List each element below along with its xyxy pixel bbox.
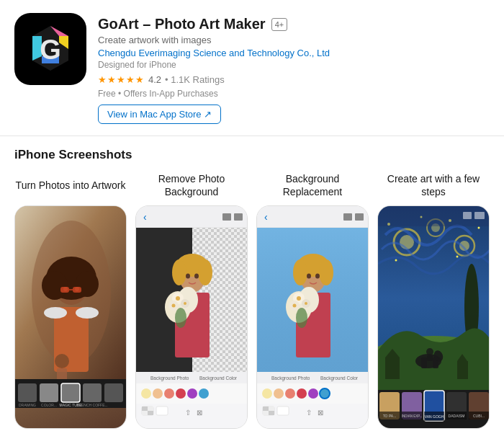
svg-point-63 <box>153 388 163 399</box>
svg-text:⇧: ⇧ <box>306 409 312 417</box>
svg-rect-21 <box>40 383 58 402</box>
svg-point-89 <box>293 259 307 285</box>
svg-rect-74 <box>156 406 168 415</box>
svg-text:Background Color: Background Color <box>199 376 238 381</box>
svg-point-109 <box>297 388 307 399</box>
svg-rect-83 <box>355 213 364 221</box>
svg-text:Background Photo: Background Photo <box>150 376 189 381</box>
screenshot-label-1: Turn Photos into Artwork <box>14 172 127 198</box>
screenshots-section: iPhone Screenshots Turn Photos into Artw… <box>0 136 504 431</box>
svg-point-100 <box>305 302 307 305</box>
svg-point-98 <box>297 296 301 301</box>
screenshots-row: Turn Photos into Artwork <box>14 172 490 429</box>
svg-rect-22 <box>61 383 80 402</box>
app-platform: Designed for iPhone <box>98 60 490 70</box>
screenshot-phone-3: ‹ <box>256 205 369 429</box>
svg-rect-145 <box>457 361 468 379</box>
svg-rect-143 <box>385 357 400 379</box>
svg-text:DRAWING: DRAWING <box>19 403 36 407</box>
view-in-store-button[interactable]: View in Mac App Store ↗ <box>98 105 221 124</box>
screenshot-label-4: Create art with a few steps <box>377 172 490 198</box>
screenshot-label-2: Remove Photo Background <box>135 172 248 198</box>
svg-text:‹: ‹ <box>143 211 147 223</box>
svg-point-133 <box>395 259 397 262</box>
screenshot-item-1: Turn Photos into Artwork <box>14 172 127 429</box>
svg-point-99 <box>293 304 297 308</box>
svg-point-141 <box>426 348 433 355</box>
svg-rect-114 <box>263 406 269 411</box>
svg-text:CUBI...: CUBI... <box>473 414 485 418</box>
svg-rect-34 <box>234 213 243 221</box>
svg-point-67 <box>199 388 209 399</box>
phone1-background: DRAWING COLOR... MAGIC TUBE FRENCH COFFE… <box>15 206 126 428</box>
svg-rect-116 <box>269 406 274 411</box>
svg-point-48 <box>194 274 199 279</box>
svg-text:⊠: ⊠ <box>197 409 202 417</box>
svg-point-56 <box>184 302 186 305</box>
svg-point-16 <box>76 307 99 319</box>
svg-point-92 <box>315 274 320 279</box>
svg-text:Background Photo: Background Photo <box>271 376 310 381</box>
svg-rect-121 <box>257 418 369 429</box>
svg-point-46 <box>198 259 212 285</box>
svg-point-101 <box>296 308 307 328</box>
svg-text:G: G <box>40 35 61 65</box>
screenshot-item-2: Remove Photo Background ‹ <box>135 172 248 429</box>
rating-row: ★★★★★ 4.2 • 1.1K Ratings <box>98 74 490 85</box>
svg-rect-138 <box>421 357 427 368</box>
app-header: G GoArt – Photo Art Maker 4+ Create artw… <box>0 0 504 136</box>
svg-rect-118 <box>277 406 289 415</box>
svg-rect-23 <box>83 383 102 402</box>
svg-point-90 <box>319 259 333 285</box>
svg-text:DADAISM: DADAISM <box>449 414 465 418</box>
svg-point-110 <box>308 388 318 399</box>
screenshot-item-3: Background Replacement ‹ <box>256 172 369 429</box>
svg-rect-33 <box>222 213 231 221</box>
svg-point-8 <box>42 271 68 300</box>
screenshot-phone-1: DRAWING COLOR... MAGIC TUBE FRENCH COFFE… <box>14 205 127 429</box>
svg-point-66 <box>187 388 197 399</box>
svg-point-47 <box>186 274 190 279</box>
screenshots-title: iPhone Screenshots <box>14 148 490 162</box>
svg-point-106 <box>262 388 272 399</box>
svg-point-55 <box>172 304 176 308</box>
screenshot-phone-4: TO PA... INDIAN EXP... VAN GOGH DADAISM <box>377 205 490 429</box>
price-row: Free • Offers In-App Purchases <box>98 89 490 99</box>
svg-rect-12 <box>60 287 69 293</box>
app-icon: G <box>14 13 86 85</box>
screenshot-phone-2: ‹ <box>135 205 248 429</box>
app-developer: Chengdu Everimaging Science and Technolo… <box>98 48 490 58</box>
svg-rect-115 <box>269 411 274 415</box>
svg-point-65 <box>176 388 186 399</box>
svg-rect-117 <box>263 411 269 415</box>
svg-point-91 <box>307 274 311 279</box>
price: Free <box>98 89 116 99</box>
svg-text:‹: ‹ <box>264 211 268 223</box>
app-title-row: GoArt – Photo Art Maker 4+ <box>98 16 490 32</box>
svg-text:VAN GOGH: VAN GOGH <box>425 414 444 419</box>
svg-rect-77 <box>136 418 248 429</box>
svg-rect-165 <box>474 212 485 219</box>
age-badge: 4+ <box>271 18 288 31</box>
rating-stars: ★★★★★ <box>98 74 145 85</box>
svg-text:INDIAN EXP...: INDIAN EXP... <box>402 414 423 418</box>
svg-rect-73 <box>142 411 148 415</box>
svg-rect-24 <box>104 383 123 402</box>
svg-text:⇧: ⇧ <box>185 409 191 417</box>
svg-point-17 <box>55 354 69 368</box>
screenshot-label-3: Background Replacement <box>256 172 369 198</box>
screenshot-item-4: Create art with a few steps <box>377 172 490 429</box>
svg-point-9 <box>76 271 99 297</box>
svg-rect-72 <box>148 406 153 411</box>
svg-text:FRENCH COFFE...: FRENCH COFFE... <box>76 403 107 407</box>
rating-count: • 1.1K Ratings <box>165 74 225 85</box>
svg-point-15 <box>44 307 67 319</box>
svg-text:Background Color: Background Color <box>320 376 359 381</box>
rating-value: 4.2 <box>148 74 161 85</box>
svg-point-107 <box>274 388 284 399</box>
svg-point-111 <box>320 388 330 399</box>
svg-point-108 <box>285 388 295 399</box>
svg-rect-71 <box>148 411 153 415</box>
svg-point-57 <box>175 308 186 328</box>
svg-rect-142 <box>427 355 433 361</box>
